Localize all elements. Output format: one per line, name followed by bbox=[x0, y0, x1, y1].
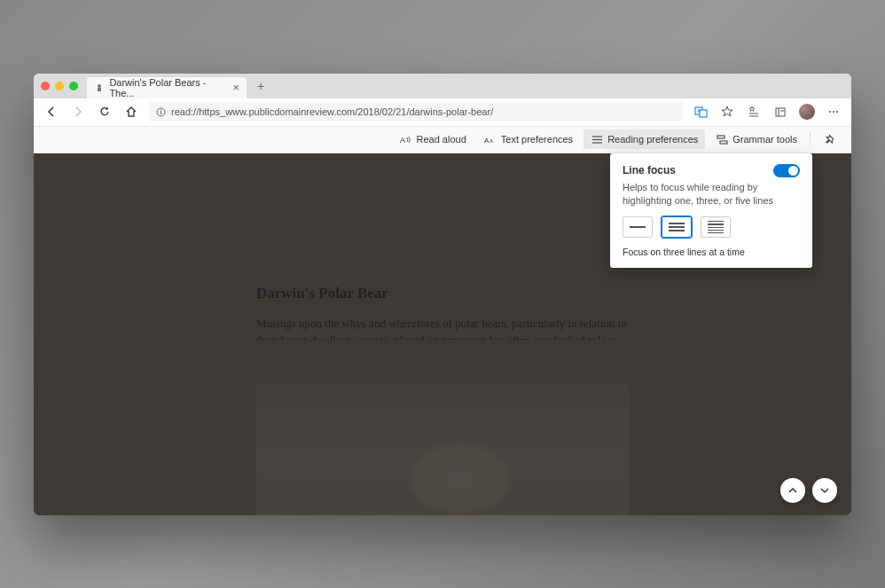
favorites-list-icon[interactable] bbox=[745, 103, 763, 121]
svg-text:A: A bbox=[489, 138, 493, 144]
pin-icon bbox=[823, 133, 835, 145]
line-focus-title: Line focus bbox=[623, 164, 676, 176]
svg-rect-4 bbox=[161, 109, 161, 110]
reading-preferences-label: Reading preferences bbox=[607, 134, 698, 145]
tab-title: Darwin's Polar Bears - The... bbox=[109, 77, 227, 98]
line-focus-description: Helps to focus while reading by highligh… bbox=[623, 181, 800, 208]
svg-point-14 bbox=[833, 111, 834, 113]
line-focus-options bbox=[623, 216, 800, 238]
address-text: read://https_www.publicdomainreview.com/… bbox=[171, 106, 493, 117]
scroll-down-button[interactable] bbox=[812, 478, 837, 503]
svg-rect-6 bbox=[700, 110, 707, 117]
svg-point-13 bbox=[829, 111, 831, 113]
reading-preferences-popup: Line focus Helps to focus while reading … bbox=[610, 153, 812, 269]
article-heading: Darwin's Polar Bear bbox=[256, 285, 629, 302]
refresh-button[interactable] bbox=[96, 103, 114, 121]
browser-window: Darwin's Polar Bears - The... × + read:/… bbox=[34, 74, 851, 515]
svg-text:A: A bbox=[400, 136, 405, 145]
browser-tab[interactable]: Darwin's Polar Bears - The... × bbox=[87, 77, 247, 98]
grammar-tools-button[interactable]: Grammar tools bbox=[709, 129, 804, 149]
svg-text:A: A bbox=[697, 108, 701, 114]
favicon-icon bbox=[94, 82, 104, 93]
separator bbox=[810, 132, 811, 146]
scroll-up-button[interactable] bbox=[780, 478, 805, 503]
new-tab-button[interactable]: + bbox=[252, 79, 270, 93]
scroll-controls bbox=[780, 478, 837, 503]
one-line-button[interactable] bbox=[623, 216, 653, 238]
collections-icon[interactable] bbox=[771, 103, 789, 121]
svg-rect-22 bbox=[717, 136, 724, 138]
profile-avatar[interactable] bbox=[798, 103, 816, 121]
svg-point-15 bbox=[836, 111, 838, 113]
line-focus-caption: Focus on three lines at a time bbox=[623, 247, 800, 257]
read-aloud-label: Read aloud bbox=[417, 134, 466, 145]
more-icon[interactable] bbox=[825, 103, 842, 121]
pin-toolbar-button[interactable] bbox=[816, 129, 842, 149]
minimize-window-button[interactable] bbox=[55, 82, 64, 90]
grammar-icon bbox=[716, 133, 728, 145]
back-button[interactable] bbox=[43, 103, 60, 121]
favorite-icon[interactable] bbox=[718, 103, 736, 121]
address-bar[interactable]: read://https_www.publicdomainreview.com/… bbox=[149, 102, 683, 122]
translate-icon[interactable]: A bbox=[692, 103, 709, 121]
reading-preferences-button[interactable]: Reading preferences bbox=[583, 129, 705, 149]
dim-overlay-bottom bbox=[34, 340, 851, 515]
navigation-bar: read://https_www.publicdomainreview.com/… bbox=[34, 98, 851, 127]
tab-strip: Darwin's Polar Bears - The... × + bbox=[34, 74, 851, 98]
text-preferences-label: Text preferences bbox=[501, 134, 573, 145]
line-focus-toggle[interactable] bbox=[773, 164, 800, 177]
three-lines-button[interactable] bbox=[662, 216, 692, 238]
svg-rect-23 bbox=[720, 141, 727, 144]
close-window-button[interactable] bbox=[41, 82, 50, 90]
grammar-tools-label: Grammar tools bbox=[732, 134, 797, 145]
five-lines-button[interactable] bbox=[701, 216, 731, 238]
forward-button[interactable] bbox=[69, 103, 87, 121]
info-icon bbox=[156, 107, 166, 117]
lines-icon bbox=[591, 133, 603, 145]
text-icon: AA bbox=[484, 133, 497, 145]
home-button[interactable] bbox=[122, 103, 140, 121]
read-aloud-button[interactable]: A Read aloud bbox=[393, 129, 474, 149]
text-preferences-button[interactable]: AA Text preferences bbox=[477, 129, 580, 149]
svg-point-0 bbox=[98, 84, 101, 88]
tab-close-button[interactable]: × bbox=[232, 81, 239, 94]
svg-rect-1 bbox=[98, 88, 101, 91]
window-controls bbox=[41, 82, 78, 90]
svg-rect-3 bbox=[161, 111, 161, 114]
speaker-icon: A bbox=[400, 133, 412, 145]
reader-toolbar: A Read aloud AA Text preferences Reading… bbox=[34, 127, 851, 153]
svg-rect-10 bbox=[776, 108, 785, 116]
maximize-window-button[interactable] bbox=[69, 82, 78, 90]
